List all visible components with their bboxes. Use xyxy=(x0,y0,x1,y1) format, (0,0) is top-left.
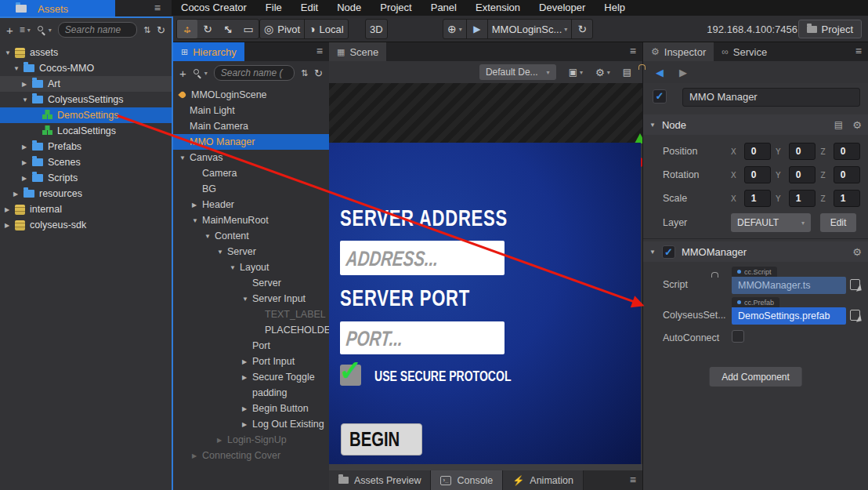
node-row-server[interactable]: ▼Server xyxy=(173,244,329,260)
node-row-mainmenuroot[interactable]: ▼MainMenuRoot xyxy=(173,212,329,228)
expand-arrow-icon[interactable]: ▶ xyxy=(192,452,202,459)
asset-row-scripts[interactable]: ▶Scripts xyxy=(0,170,172,186)
node-row-port[interactable]: Port xyxy=(173,338,329,354)
expand-arrow-icon[interactable]: ▼ xyxy=(179,154,190,162)
camera-settings-dropdown[interactable]: ▣▾ xyxy=(569,67,583,77)
node-row-content[interactable]: ▼Content xyxy=(173,228,329,244)
asset-row-art[interactable]: ▶Art xyxy=(0,76,172,92)
menu-item-cocos-creator[interactable]: Cocos Creator xyxy=(172,0,256,16)
asset-row-assets[interactable]: ▼assets xyxy=(0,45,172,60)
expand-arrow-icon[interactable]: ▼ xyxy=(22,96,32,103)
tab-assets-preview[interactable]: Assets Preview xyxy=(329,470,431,490)
refresh-button[interactable]: ↻ xyxy=(572,20,592,38)
filter-search-button[interactable]: ▾ xyxy=(37,25,52,34)
history-forward-icon[interactable]: ▶ xyxy=(679,67,687,78)
node-row-layout[interactable]: ▼Layout xyxy=(173,260,329,275)
script-asset-field[interactable]: MMOManager.ts xyxy=(732,277,846,294)
asset-row-resources[interactable]: ▶resources xyxy=(0,186,172,201)
asset-row-colyseussettings[interactable]: ▼ColyseusSettings xyxy=(0,92,172,107)
panel-menu-icon[interactable]: ≡ xyxy=(630,45,636,57)
rotation-y-input[interactable]: 0 xyxy=(789,166,816,183)
menu-item-node[interactable]: Node xyxy=(327,0,371,16)
display-mode-dropdown[interactable]: Default De...▾ xyxy=(479,64,556,80)
expand-arrow-icon[interactable]: ▼ xyxy=(230,264,240,271)
docs-icon[interactable]: ▤ xyxy=(834,119,843,130)
mmomanager-section-header[interactable]: ▼ ✓ MMOManager ⚙ xyxy=(643,241,868,262)
collapse-all-icon[interactable]: ⇅ xyxy=(143,26,150,34)
node-row-connecting-cover[interactable]: ▶Connecting Cover xyxy=(173,448,329,463)
hierarchy-search-input[interactable] xyxy=(214,65,295,81)
scale-x-input[interactable]: 1 xyxy=(744,190,771,207)
node-row-main-camera[interactable]: Main Camera xyxy=(173,118,329,134)
asset-row-internal[interactable]: ▶internal xyxy=(0,201,172,217)
node-row-log-out-existing[interactable]: ▶Log Out Existing xyxy=(173,416,329,432)
expand-arrow-icon[interactable]: ▶ xyxy=(242,358,252,365)
menu-item-developer[interactable]: Developer xyxy=(530,0,595,16)
refresh-icon[interactable]: ↻ xyxy=(314,68,323,78)
pivot-button[interactable]: ◎Pivot xyxy=(260,20,304,38)
asset-row-demosettings[interactable]: DemoSettings xyxy=(0,107,172,123)
scale-y-input[interactable]: 1 xyxy=(789,190,816,207)
filter-search-button[interactable]: ▾ xyxy=(193,68,208,78)
node-name-field[interactable]: MMO Manager xyxy=(682,88,860,107)
grid-toggle-icon[interactable]: ▤ xyxy=(623,67,631,77)
expand-arrow-icon[interactable]: ▼ xyxy=(192,217,202,224)
collapse-arrow-icon[interactable]: ▼ xyxy=(649,249,656,256)
history-back-icon[interactable]: ◀ xyxy=(656,67,664,78)
tab-service[interactable]: ∞ Service xyxy=(714,42,775,61)
node-row-text-label[interactable]: TEXT_LABEL xyxy=(173,307,329,322)
gear-icon[interactable]: ⚙ xyxy=(852,119,862,131)
node-row-begin-button[interactable]: ▶Begin Button xyxy=(173,401,329,416)
scene-viewport[interactable]: SERVER ADDRESS ADDRESS... SERVER PORT PO… xyxy=(329,83,642,464)
panel-menu-icon[interactable]: ≡ xyxy=(316,45,323,57)
layer-edit-button[interactable]: Edit xyxy=(820,213,856,232)
expand-arrow-icon[interactable]: ▶ xyxy=(22,175,32,182)
expand-arrow-icon[interactable]: ▶ xyxy=(22,159,32,166)
node-row-secure-toggle[interactable]: ▶Secure Toggle xyxy=(173,369,329,385)
tab-animation[interactable]: ⚡ Animation xyxy=(503,470,584,490)
project-button[interactable]: Project xyxy=(798,20,862,38)
add-asset-button[interactable]: + xyxy=(6,24,13,36)
expand-arrow-icon[interactable]: ▶ xyxy=(242,374,252,381)
scale-z-input[interactable]: 1 xyxy=(834,190,860,207)
expand-arrow-icon[interactable]: ▶ xyxy=(242,421,252,428)
add-node-button[interactable]: + xyxy=(179,67,186,79)
collapse-all-icon[interactable]: ⇅ xyxy=(301,69,308,78)
asset-picker-icon[interactable] xyxy=(850,310,860,321)
asset-row-scenes[interactable]: ▶Scenes xyxy=(0,154,172,170)
node-row-mmo-manager[interactable]: MMO Manager xyxy=(173,134,329,150)
tab-hierarchy[interactable]: ⊞ Hierarchy xyxy=(173,42,244,61)
assets-search-input[interactable] xyxy=(58,22,137,38)
rotation-z-input[interactable]: 0 xyxy=(834,166,860,183)
expand-arrow-icon[interactable]: ▶ xyxy=(192,201,202,209)
node-row-padding[interactable]: padding xyxy=(173,385,329,401)
menu-item-edit[interactable]: Edit xyxy=(291,0,327,16)
node-row-placeholder[interactable]: PLACEHOLDE xyxy=(173,322,329,338)
autoconnect-checkbox[interactable] xyxy=(732,330,744,343)
expand-arrow-icon[interactable]: ▼ xyxy=(5,49,15,56)
expand-arrow-icon[interactable]: ▼ xyxy=(204,233,215,240)
expand-arrow-icon[interactable]: ▶ xyxy=(5,206,15,213)
node-section-header[interactable]: ▼ Node ▤ ⚙ xyxy=(643,114,868,135)
panel-menu-icon[interactable]: ≡ xyxy=(630,474,636,486)
expand-arrow-icon[interactable]: ▶ xyxy=(217,437,227,444)
node-row-server-input[interactable]: ▼Server Input xyxy=(173,291,329,307)
tab-inspector[interactable]: ⚙ Inspector xyxy=(643,42,714,61)
expand-arrow-icon[interactable]: ▶ xyxy=(13,191,24,198)
node-row-header[interactable]: ▶Header xyxy=(173,197,329,212)
expand-arrow-icon[interactable]: ▼ xyxy=(242,296,252,303)
asset-row-colyseus-sdk[interactable]: ▶colyseus-sdk xyxy=(0,217,172,233)
menu-item-file[interactable]: File xyxy=(256,0,291,16)
move-tool-button[interactable]: ↔↕ xyxy=(177,20,197,38)
node-row-camera[interactable]: Camera xyxy=(173,165,329,181)
node-row-server-label[interactable]: Server xyxy=(173,275,329,291)
rect-tool-button[interactable]: ▭ xyxy=(238,20,259,38)
menu-item-project[interactable]: Project xyxy=(371,0,421,16)
collapse-arrow-icon[interactable]: ▼ xyxy=(649,122,656,129)
rotate-tool-button[interactable]: ↻ xyxy=(197,20,218,38)
tab-scene[interactable]: ▦ Scene xyxy=(329,42,386,61)
node-row-login-signup[interactable]: ▶Login-SignUp xyxy=(173,432,329,448)
scene-select-dropdown[interactable]: MMOLoginSc...▾ xyxy=(488,20,572,38)
panel-menu-icon[interactable]: ≡ xyxy=(855,45,862,57)
expand-arrow-icon[interactable]: ▶ xyxy=(22,81,32,88)
